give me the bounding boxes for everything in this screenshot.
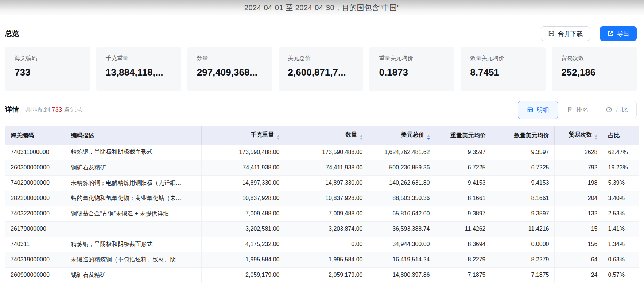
summary-card: 贸易次数252,186 xyxy=(552,47,637,91)
card-value: 13,884,118,... xyxy=(106,67,172,78)
table-row: 740322000000铜锡基合金“青铜”未锻造 + 未提供详细...7,009… xyxy=(5,206,639,221)
cell-quantity: 3,203,874.00 xyxy=(285,221,368,237)
card-label: 美元总价 xyxy=(288,54,354,62)
summary-cards: 海关编码733千克重量13,884,118,...数量297,409,368..… xyxy=(5,47,637,91)
match-count: 733 xyxy=(52,106,62,113)
table-row: 260900000000锡矿石及精矿2,059,179.002,059,179.… xyxy=(5,267,639,283)
table-icon xyxy=(527,107,534,113)
cell-usd-per-kg: 9.4153 xyxy=(435,175,491,191)
sort-carets xyxy=(427,135,430,140)
column-header-quantity[interactable]: 数量 xyxy=(285,126,368,145)
cell-weight-kg: 1,995,584.00 xyxy=(201,252,285,267)
cell-weight-kg: 14,897,330.00 xyxy=(201,175,285,191)
cell-share: 2.53% xyxy=(603,206,639,221)
cell-trade-count: 792 xyxy=(554,160,603,175)
tab-share[interactable]: 占比 xyxy=(597,101,636,118)
cell-hs-code: 740319000000 xyxy=(5,252,66,267)
card-value: 8.7451 xyxy=(470,67,536,78)
summary-card: 重量美元均价0.1873 xyxy=(369,47,454,91)
cell-hs-code: 740311 xyxy=(5,237,66,252)
cell-usd-per-qty: 9.3897 xyxy=(491,206,554,221)
column-header-share: 占比 xyxy=(603,126,639,145)
cell-usd-per-qty: 6.7225 xyxy=(491,160,554,175)
merge-download-button[interactable]: 合并下载 xyxy=(541,26,590,41)
column-header-weight-kg[interactable]: 千克重量 xyxy=(201,126,285,145)
cell-weight-kg: 2,059,179.00 xyxy=(201,267,285,283)
summary-card: 数量297,409,368... xyxy=(187,47,272,91)
cell-usd-total: 36,593,388.74 xyxy=(368,221,435,237)
cell-share: 0.63% xyxy=(603,252,639,267)
cell-usd-per-kg: 9.3597 xyxy=(435,145,491,160)
column-header-usd-total[interactable]: 美元总价 xyxy=(368,126,435,145)
column-label: 数量 xyxy=(346,131,357,138)
card-label: 数量 xyxy=(197,54,263,62)
card-label: 贸易次数 xyxy=(561,54,627,62)
cell-usd-total: 500,236,859.36 xyxy=(368,160,435,175)
column-label: 千克重量 xyxy=(251,131,274,138)
cell-quantity: 7,009,488.00 xyxy=(285,206,368,221)
card-label: 海关编码 xyxy=(15,54,81,62)
sort-desc-icon xyxy=(595,138,598,140)
cell-code-desc: 铜矿石及精矿 xyxy=(66,160,201,175)
cell-usd-per-qty: 9.3597 xyxy=(491,145,554,160)
cell-hs-code: 740322000000 xyxy=(5,206,66,221)
summary-card: 千克重量13,884,118,... xyxy=(96,47,181,91)
card-label: 数量美元均价 xyxy=(470,54,536,62)
cell-trade-count: 198 xyxy=(554,175,603,191)
cell-share: 1.41% xyxy=(603,221,639,237)
table-row: 740200000000未精炼的铜；电解精炼用铜阳极（无详细...14,897,… xyxy=(5,175,639,191)
table-header-row: 海关编码编码描述千克重量数量美元总价重量美元均价数量美元均价贸易次数占比 xyxy=(5,126,639,145)
cell-code-desc: 精炼铜，呈阴极和阴极截面形式 xyxy=(66,145,201,160)
cell-usd-total: 16,419,514.24 xyxy=(368,252,435,267)
tab-ranking[interactable]: 排名 xyxy=(558,101,597,118)
cell-quantity: 74,411,938.00 xyxy=(285,160,368,175)
cell-usd-total: 34,944,300.00 xyxy=(368,237,435,252)
cell-usd-per-kg: 11.4262 xyxy=(435,221,491,237)
cell-usd-per-qty: 9.4153 xyxy=(491,175,554,191)
cell-share: 1.34% xyxy=(603,237,639,252)
cell-usd-per-kg: 9.3897 xyxy=(435,206,491,221)
tab-share-label: 占比 xyxy=(616,106,628,114)
cell-share: 5.39% xyxy=(603,175,639,191)
table-row: 282200000000钴的氧化物和氢氧化物；商业氧化钴（未...10,837,… xyxy=(5,191,639,206)
tab-detail-label: 明细 xyxy=(537,106,549,114)
cell-weight-kg: 173,590,488.00 xyxy=(201,145,285,160)
table-row: 740311000000精炼铜，呈阴极和阴极截面形式173,590,488.00… xyxy=(5,145,639,160)
sort-desc-icon xyxy=(277,138,280,140)
cell-code-desc: 精炼铜，呈阴极和阴极截面形式 xyxy=(66,237,201,252)
card-value: 733 xyxy=(15,67,81,78)
column-label: 数量美元均价 xyxy=(514,132,549,138)
column-header-trade-count[interactable]: 贸易次数 xyxy=(554,126,603,145)
cell-trade-count: 64 xyxy=(554,252,603,267)
view-tab-group: 明细 排名 占比 xyxy=(518,101,637,118)
cell-weight-kg: 4,175,232.00 xyxy=(201,237,285,252)
tab-ranking-label: 排名 xyxy=(576,106,589,114)
cell-code-desc: 未锻造的精炼铜（不包括坯料、线材、阴... xyxy=(66,252,201,267)
cell-usd-per-qty: 8.1661 xyxy=(491,191,554,206)
cell-trade-count: 132 xyxy=(554,206,603,221)
cell-weight-kg: 74,411,938.00 xyxy=(201,160,285,175)
cell-usd-total: 14,800,397.86 xyxy=(368,267,435,283)
cell-code-desc: 未精炼的铜；电解精炼用铜阳极（无详细... xyxy=(66,175,201,191)
column-header-usd-per-qty: 数量美元均价 xyxy=(491,126,554,145)
column-label: 贸易次数 xyxy=(569,131,592,138)
export-icon xyxy=(607,30,614,37)
cell-code-desc: 钴的氧化物和氢氧化物；商业氧化钴（未... xyxy=(66,191,201,206)
card-label: 千克重量 xyxy=(106,54,172,62)
sort-desc-icon xyxy=(360,138,363,140)
tab-detail[interactable]: 明细 xyxy=(518,101,558,119)
export-button[interactable]: 导出 xyxy=(600,26,637,41)
cell-hs-code: 260300000000 xyxy=(5,160,66,175)
cell-usd-per-qty: 11.4216 xyxy=(491,221,554,237)
sort-carets xyxy=(595,135,598,140)
cell-weight-kg: 3,202,581.00 xyxy=(201,221,285,237)
cell-share: 62.47% xyxy=(603,145,639,160)
cell-usd-per-qty: 8.2279 xyxy=(491,252,554,267)
card-value: 2,600,871,7... xyxy=(288,67,354,78)
column-label: 占比 xyxy=(608,132,620,138)
table-row: 740319000000未锻造的精炼铜（不包括坯料、线材、阴...1,995,5… xyxy=(5,252,639,267)
date-range-title: 2024-04-01 至 2024-04-30，目的国包含"中国" xyxy=(244,3,400,13)
cell-trade-count: 204 xyxy=(554,191,603,206)
table-row: 260300000000铜矿石及精矿74,411,938.0074,411,93… xyxy=(5,160,639,175)
cell-usd-per-kg: 7.1875 xyxy=(435,267,491,283)
